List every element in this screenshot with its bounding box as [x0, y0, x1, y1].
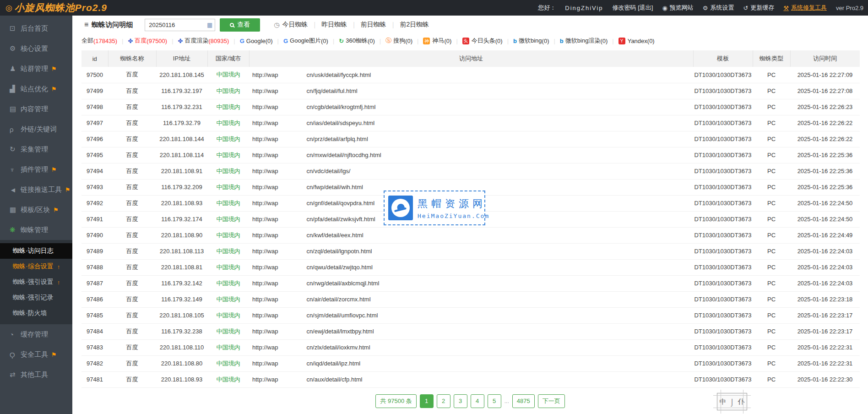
pin-icon: ⚑ — [51, 86, 57, 93]
page-button-1[interactable]: 1 — [420, 394, 434, 408]
cell-template: DT1030/1030DT3673 — [693, 99, 753, 115]
cell-spider-type: PC — [753, 307, 790, 323]
sidebar-item-other-tools[interactable]: ⇄其他工具 — [0, 365, 72, 385]
cell-id: 97498 — [81, 99, 108, 115]
cell-spider-type: PC — [753, 195, 790, 211]
filter-label: 微软bing渲染 — [565, 37, 601, 45]
preview-site-link[interactable]: ◉预览网站 — [662, 4, 693, 12]
filter-360-spider[interactable]: ↻360蜘蛛(0) — [339, 37, 375, 45]
quick-link-day-before[interactable]: 前日蜘蛛 — [361, 21, 386, 29]
cell-ip: 116.179.32.142 — [156, 275, 207, 291]
sidebar-item-site-group[interactable]: ♟站群管理⚑ — [0, 59, 72, 79]
repair-tool-link[interactable]: ⚒系统修复工具 — [783, 4, 827, 12]
app-title: 小旋风蜘蛛池Pro2.9 — [15, 1, 107, 14]
filter-yandex[interactable]: YYandex(0) — [618, 38, 655, 44]
cell-country: 中国境内 — [207, 179, 249, 195]
filter-bing-render[interactable]: b微软bing渲染(0) — [560, 37, 608, 45]
filter-sogou[interactable]: Ⓢ搜狗(0) — [385, 37, 412, 45]
view-button[interactable]: 查看 — [220, 18, 260, 32]
sidebar-item-label: 模板/区块 — [21, 206, 50, 214]
cell-spider-name: 百度 — [108, 179, 156, 195]
sidebar-item-core-settings[interactable]: ⚙核心设置 — [0, 38, 72, 59]
page-button-4[interactable]: 4 — [471, 394, 484, 408]
shuffle-icon: ⇄ — [10, 370, 21, 379]
filter-baidu[interactable]: ✤百度(97500) — [128, 37, 167, 45]
sidebar-item-content[interactable]: ▤内容管理 — [0, 99, 72, 119]
page-title-text: 蜘蛛访问明细 — [92, 21, 133, 29]
cell-url: http://wapcn/qwu/detail/zwjtqo.html — [249, 259, 693, 275]
cell-time: 2025-01-16 22:27:08 — [790, 83, 860, 99]
cell-ip: 220.181.108.93 — [156, 371, 207, 387]
cell-spider-name: 百度 — [108, 115, 156, 131]
separator: | — [122, 38, 123, 44]
cell-ip: 220.181.108.110 — [156, 339, 207, 355]
topbar-link-label: 系统设置 — [710, 4, 734, 12]
submenu-spider-access-log[interactable]: 蜘蛛·访问日志 — [0, 243, 72, 259]
cell-id: 97485 — [81, 307, 108, 323]
cell-template: DT1030/1030DT3673 — [693, 179, 753, 195]
cell-country: 中国境内 — [207, 323, 249, 339]
filter-label: 搜狗 — [393, 37, 405, 45]
page-button-2[interactable]: 2 — [437, 394, 450, 408]
refresh-cache-link[interactable]: ↺更新缓存 — [743, 4, 774, 12]
cell-spider-name: 百度 — [108, 67, 156, 83]
quick-link-yesterday[interactable]: 昨日蜘蛛 — [321, 21, 347, 29]
quick-link-today[interactable]: ◷今日蜘蛛 — [274, 21, 308, 29]
submenu-spider-force-records[interactable]: 蜘蛛·强引记录 — [0, 290, 72, 305]
sidebar-item-link-push[interactable]: ◄链接推送工具⚑ — [0, 180, 72, 200]
bulb-icon: Ϙ — [10, 351, 21, 359]
sidebar-item-site-optimize[interactable]: ▟站点优化⚑ — [0, 79, 72, 99]
table-row: 97496百度220.181.108.144中国境内http://wapcn/p… — [81, 131, 860, 147]
filter-bing[interactable]: b微软bing(0) — [513, 37, 549, 45]
submenu-spider-force-settings[interactable]: 蜘蛛·强引设置↑ — [0, 274, 72, 290]
cell-spider-name: 百度 — [108, 307, 156, 323]
sidebar-item-templates[interactable]: ▦模板/区块⚑ — [0, 200, 72, 220]
topbar-link-label: 更新缓存 — [750, 4, 774, 12]
sidebar-item-cache[interactable]: ◔缓存管理 — [0, 324, 72, 344]
sidebar-item-dashboard[interactable]: ⊡后台首页 — [0, 18, 72, 38]
change-password-logout-link[interactable]: 修改密码 [退出] — [613, 4, 653, 12]
spider-icon: ❋ — [10, 226, 21, 234]
ime-widget[interactable]: 中⌡仆 — [717, 393, 747, 410]
filter-count: (0) — [368, 38, 375, 44]
filter-google[interactable]: GGoogle(0) — [240, 38, 273, 44]
submenu-spider-firewall[interactable]: 蜘蛛·防火墙 — [0, 305, 72, 321]
cell-url: http://wapcn/mxw/detail/njftocdhg.html — [249, 147, 693, 163]
sidebar-item-links-keywords[interactable]: ρ外链/关键词 — [0, 119, 72, 139]
filter-google-images[interactable]: GGoogle图片(0) — [283, 37, 328, 45]
date-input[interactable] — [145, 19, 215, 31]
url-prefix: http://wap — [252, 296, 278, 303]
filter-label: 今日头条 — [472, 37, 495, 45]
url-path: cn/cgb/detail/krogtmfj.html — [306, 104, 375, 110]
sidebar-item-security[interactable]: Ϙ安全工具⚑ — [0, 344, 72, 365]
filter-shenma[interactable]: 神神马(0) — [423, 37, 451, 45]
sidebar-item-spider[interactable]: ❋蜘蛛管理 — [0, 220, 72, 240]
view-button-label: 查看 — [237, 21, 250, 29]
watermark: 黑帽资源网 HeiMaoZiYuan.Com — [384, 191, 485, 225]
system-settings-link[interactable]: ⚙系统设置 — [703, 4, 734, 12]
sidebar-item-collect[interactable]: ↻采集管理 — [0, 139, 72, 159]
cell-template: DT1030/1030DT3673 — [693, 243, 753, 259]
cell-time: 2025-01-16 22:24:03 — [790, 275, 860, 291]
page-button-3[interactable]: 3 — [454, 394, 467, 408]
url-prefix: http://wap — [252, 87, 278, 94]
page-button-last[interactable]: 4875 — [512, 394, 535, 408]
cell-template: DT1030/1030DT3673 — [693, 291, 753, 307]
filter-baidu-render[interactable]: ✤百度渲染(80935) — [178, 37, 229, 45]
cell-id: 97494 — [81, 163, 108, 179]
cell-ip: 220.181.108.144 — [156, 131, 207, 147]
page-title: ≡ 蜘蛛访问明细 — [84, 21, 133, 29]
filter-all[interactable]: 全部(178435) — [81, 37, 117, 45]
next-page-button[interactable]: 下一页 — [538, 394, 565, 408]
quick-link-two-days-before[interactable]: 前2日蜘蛛 — [400, 21, 429, 29]
cell-url: http://wapcn/aux/detail/cfp.html — [249, 371, 693, 387]
filter-toutiao[interactable]: 头今日头条(0) — [462, 37, 503, 45]
filter-count: (0) — [495, 38, 503, 44]
cell-template: DT1030/1030DT3673 — [693, 227, 753, 243]
sidebar-item-plugins[interactable]: ♆插件管理⚑ — [0, 159, 72, 180]
calendar-icon[interactable]: ▦ — [207, 22, 212, 28]
page-button-5[interactable]: 5 — [488, 394, 501, 408]
submenu-spider-general-settings[interactable]: 蜘蛛·综合设置↑ — [0, 259, 72, 274]
filter-label: 百度渲染 — [184, 37, 208, 45]
cell-spider-type: PC — [753, 243, 790, 259]
